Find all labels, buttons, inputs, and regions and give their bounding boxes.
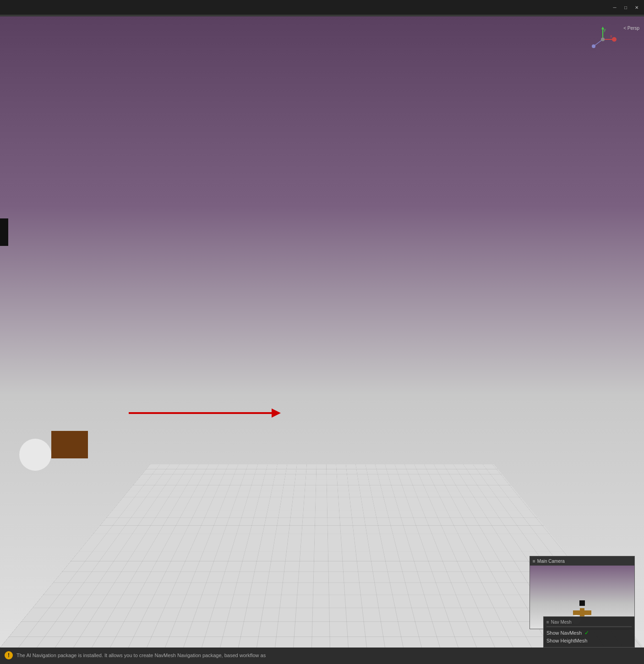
camera-preview-header: ≡ Main Camera [530, 556, 634, 566]
show-navmesh-check: ✓ [584, 630, 589, 636]
status-text: The AI Navigation package is installed. … [16, 653, 266, 658]
navmesh-header-icon: ≡ [546, 620, 549, 625]
black-screen-object [0, 218, 8, 246]
warning-icon: ! [5, 651, 13, 659]
camera-preview-title: Main Camera [537, 559, 565, 564]
title-bar: ─ □ ✕ [0, 0, 644, 15]
persp-label: < Persp [623, 26, 639, 31]
main-area: ✋ 2D 💡 🔊 ✦ 📷 ⊕ ⋮ [0, 31, 644, 563]
svg-point-8 [601, 38, 605, 41]
navmesh-overlay: ≡ Nav Mesh Show NavMesh ✓ Show HeightMes… [543, 616, 635, 648]
scene-arrow [129, 412, 275, 414]
svg-point-4 [612, 37, 617, 42]
scene-canvas: y x < Persp ≡ Main Camera [0, 16, 644, 648]
show-heightmesh-label: Show HeightMesh [546, 638, 587, 643]
navmesh-show-heightmesh[interactable]: Show HeightMesh [546, 637, 632, 644]
svg-text:y: y [604, 27, 606, 32]
close-button[interactable]: ✕ [633, 4, 640, 11]
scene-sphere-object [19, 439, 51, 471]
navmesh-show-navmesh[interactable]: Show NavMesh ✓ [546, 629, 632, 637]
scene-gizmo: y x [589, 26, 617, 58]
minimize-button[interactable]: ─ [611, 4, 618, 11]
navmesh-header-title: Nav Mesh [551, 620, 572, 625]
maximize-button[interactable]: □ [622, 4, 629, 11]
navmesh-header: ≡ Nav Mesh [546, 620, 632, 627]
svg-point-7 [592, 44, 595, 48]
camera-preview-icon: ≡ [533, 559, 535, 564]
scene-view-wrapper: ✋ 2D 💡 🔊 ✦ 📷 ⊕ ⋮ [0, 31, 447, 563]
scene-box-object [51, 431, 88, 458]
svg-text:x: x [610, 34, 612, 38]
show-navmesh-label: Show NavMesh [546, 630, 582, 636]
status-bar: ! The AI Navigation package is installed… [0, 646, 644, 664]
